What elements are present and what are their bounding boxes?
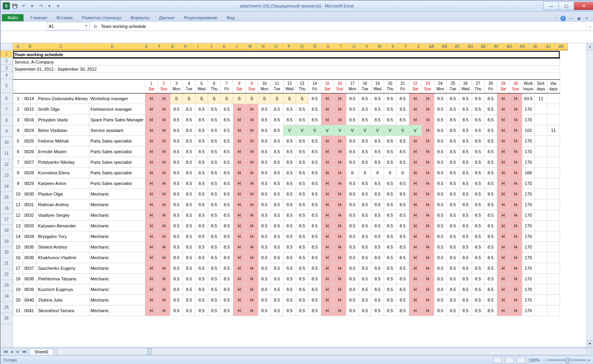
scroll-down-icon[interactable]: ▾	[587, 340, 593, 347]
cell-id[interactable]: 0016	[23, 115, 37, 125]
cell-day[interactable]: H	[245, 146, 258, 157]
cell-day[interactable]: 8.5	[434, 263, 447, 274]
cell-day[interactable]: 8.5	[283, 295, 296, 305]
cell-day[interactable]: H	[157, 199, 170, 210]
cell-id[interactable]: 0033	[23, 221, 37, 231]
cell-day[interactable]: 8.5	[346, 231, 359, 242]
cell-day[interactable]: 8.5	[396, 221, 409, 231]
row-header-11[interactable]: 11	[0, 148, 13, 159]
cell-day[interactable]: 8.5	[472, 274, 484, 284]
cell-day[interactable]: H	[233, 242, 245, 252]
cell-day[interactable]: H	[421, 104, 434, 115]
col-header-Y[interactable]: Y	[399, 43, 412, 50]
cell-day[interactable]: 8.5	[183, 274, 195, 284]
cell-day[interactable]: H	[321, 104, 333, 115]
cell-day[interactable]: 8.5	[472, 104, 484, 115]
cell-day[interactable]: H	[321, 252, 333, 263]
row-header-19[interactable]: 19	[0, 236, 13, 247]
cell-day[interactable]: 8.5	[472, 263, 484, 274]
cell-day[interactable]: 8.5	[459, 157, 472, 168]
cell-day[interactable]: 8.5	[371, 157, 384, 168]
cell-day[interactable]: 8.5	[371, 242, 384, 252]
cell-day[interactable]: V	[409, 125, 421, 136]
cell-id[interactable]: 0034	[23, 231, 37, 242]
cell-day[interactable]: 8.5	[220, 295, 233, 305]
cell-day[interactable]: 8.5	[459, 221, 472, 231]
cell-day[interactable]: 8.5	[308, 305, 321, 316]
cell-day[interactable]: H	[321, 189, 333, 199]
col-header-AK[interactable]: AK	[555, 43, 568, 50]
zoom-thumb[interactable]	[566, 358, 569, 363]
cell-workhours[interactable]: 170	[522, 305, 534, 316]
cell-day[interactable]: V	[283, 125, 296, 136]
cell-day[interactable]: 8.5	[283, 146, 296, 157]
cell-day[interactable]: H	[497, 305, 509, 316]
cell-day[interactable]: 8.5	[396, 305, 409, 316]
cell-id[interactable]: 0038	[23, 274, 37, 284]
cell-day[interactable]: 8.5	[384, 231, 396, 242]
cell-day[interactable]: 8.5	[195, 263, 208, 274]
tab-layout[interactable]: Разметка страницы	[77, 14, 126, 21]
cell-day[interactable]: H	[409, 252, 421, 263]
cell-day[interactable]: 8	[346, 168, 359, 178]
cell-day[interactable]: H	[409, 305, 421, 316]
cell-day[interactable]: H	[145, 168, 157, 178]
cell-name[interactable]: Raitman Andrey	[37, 199, 90, 210]
cell-day[interactable]: S	[271, 93, 283, 104]
cell-day[interactable]: 8.5	[258, 252, 271, 263]
col-header-G[interactable]: G	[166, 43, 179, 50]
cell-day[interactable]: 8.5	[195, 125, 208, 136]
cell-day[interactable]: 8.5	[459, 93, 472, 104]
cell-name[interactable]: Prisypkin Vasily	[37, 115, 90, 125]
cell-day[interactable]: H	[497, 189, 509, 199]
cell-day[interactable]: 8.5	[183, 115, 195, 125]
cell-day[interactable]: H	[421, 221, 434, 231]
cell-day[interactable]: 8.5	[208, 157, 220, 168]
cell-day[interactable]: 8.5	[447, 242, 459, 252]
cell-day[interactable]: H	[245, 168, 258, 178]
cell-day[interactable]: H	[157, 168, 170, 178]
cell-day[interactable]: 8.5	[396, 178, 409, 189]
cell-day[interactable]: 8.5	[434, 210, 447, 221]
cell-day[interactable]: H	[321, 115, 333, 125]
cell-day[interactable]: H	[321, 274, 333, 284]
cell-day[interactable]: 8.5	[346, 242, 359, 252]
cell-num[interactable]: 6	[13, 146, 23, 157]
cell-id[interactable]: 0036	[23, 252, 37, 263]
cell-day[interactable]: 8.5	[447, 221, 459, 231]
name-box-dropdown-icon[interactable]: ▼	[85, 24, 88, 28]
cell-day[interactable]: H	[321, 199, 333, 210]
cell-name[interactable]: Ermolin Maxim	[37, 146, 90, 157]
cell-name[interactable]: Khakhunov Vladimir	[37, 252, 90, 263]
cell-day[interactable]: 8.5	[396, 146, 409, 157]
zoom-out-icon[interactable]: −	[543, 358, 545, 362]
cell-day[interactable]: 8.5	[308, 210, 321, 221]
cell-sickdays[interactable]	[534, 263, 547, 274]
cell-day[interactable]: 8.5	[271, 104, 283, 115]
cell-day[interactable]: 8.5	[346, 284, 359, 295]
cell-day[interactable]: H	[333, 263, 346, 274]
col-header-AE[interactable]: AE	[477, 43, 490, 50]
day-header[interactable]: 13Thu	[296, 80, 308, 93]
cell-day[interactable]: 8.5	[434, 189, 447, 199]
cell-day[interactable]: 8.5	[384, 210, 396, 221]
hscroll-thumb[interactable]	[147, 348, 152, 355]
cell-day[interactable]: H	[333, 231, 346, 242]
cell-role[interactable]: Mechanic	[89, 284, 145, 295]
cell-role[interactable]: Parts Sales specialist	[89, 178, 145, 189]
view-pagebreak-icon[interactable]	[517, 357, 525, 364]
cell-day[interactable]: H	[245, 210, 258, 221]
cell-day[interactable]: 8.5	[359, 115, 371, 125]
fx-icon[interactable]: fx	[92, 24, 99, 29]
cell-day[interactable]: 8.5	[359, 274, 371, 284]
day-header[interactable]: 12Wed	[283, 80, 296, 93]
cell-num[interactable]: 1	[13, 93, 23, 104]
cell-day[interactable]: 8.5	[396, 231, 409, 242]
vertical-scrollbar[interactable]: ▴ ▾	[586, 43, 593, 347]
col-header-C[interactable]: C	[37, 43, 85, 50]
cell-num[interactable]: 10	[13, 189, 23, 199]
cell-day[interactable]: V	[346, 125, 359, 136]
cell-name[interactable]: Skorokhod Tamara	[37, 305, 90, 316]
col-header-AC[interactable]: AC	[451, 43, 464, 50]
cell-day[interactable]: 8.5	[220, 115, 233, 125]
